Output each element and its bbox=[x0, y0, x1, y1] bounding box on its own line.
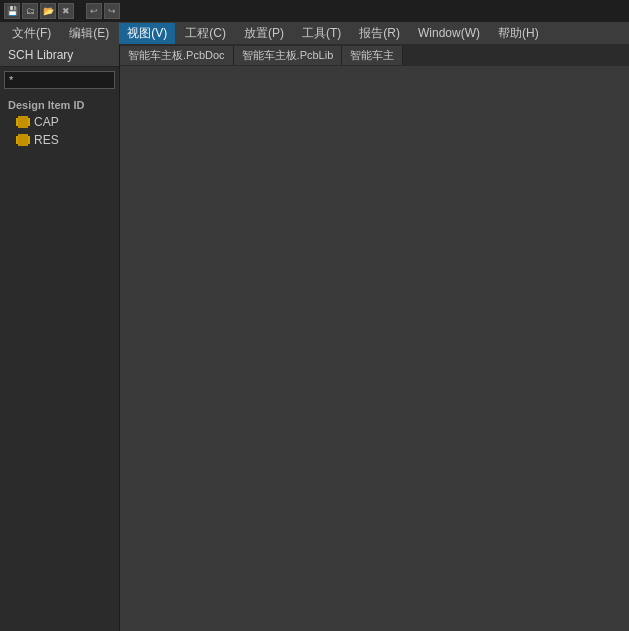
menu-project[interactable]: 工程(C) bbox=[177, 23, 234, 44]
sidebar-tree: Design Item ID CAP RES bbox=[0, 93, 119, 153]
tabs-area: 智能车主板.PcbDoc 智能车主板.PcbLib 智能车主 bbox=[120, 44, 629, 66]
open-icon[interactable]: 📂 bbox=[40, 3, 56, 19]
res-icon bbox=[16, 134, 30, 146]
tree-item-res[interactable]: RES bbox=[0, 131, 119, 149]
content-area: 智能车主板.PcbDoc 智能车主板.PcbLib 智能车主 https://b… bbox=[120, 44, 629, 631]
menu-report[interactable]: 报告(R) bbox=[351, 23, 408, 44]
toolbar-icons: 💾 🗂 📂 ✖ ↩ ↪ bbox=[4, 3, 120, 19]
tab-pcbdoc[interactable]: 智能车主板.PcbDoc bbox=[120, 46, 234, 65]
menu-help[interactable]: 帮助(H) bbox=[490, 23, 547, 44]
menu-file[interactable]: 文件(F) bbox=[4, 23, 59, 44]
search-input[interactable] bbox=[4, 71, 115, 89]
save-icon[interactable]: 💾 bbox=[4, 3, 20, 19]
menu-bar: 文件(F) 编辑(E) 视图(V) 工程(C) 放置(P) 工具(T) 报告(R… bbox=[0, 22, 629, 44]
svg-rect-1 bbox=[18, 116, 28, 128]
svg-rect-3 bbox=[18, 134, 28, 146]
undo-icon[interactable]: ↩ bbox=[86, 3, 102, 19]
sidebar-title: SCH Library bbox=[0, 44, 119, 67]
tab-pcbdoc-label: 智能车主板.PcbDoc bbox=[128, 48, 225, 63]
redo-icon[interactable]: ↪ bbox=[104, 3, 120, 19]
tree-header: Design Item ID bbox=[0, 97, 119, 113]
menu-place[interactable]: 放置(P) bbox=[236, 23, 292, 44]
sidebar-search-area bbox=[0, 67, 119, 93]
res-label: RES bbox=[34, 133, 59, 147]
menu-view[interactable]: 视图(V) bbox=[119, 23, 175, 44]
title-bar: 💾 🗂 📂 ✖ ↩ ↪ bbox=[0, 0, 629, 22]
cap-icon bbox=[16, 116, 30, 128]
menu-window[interactable]: Window(W) bbox=[410, 24, 488, 42]
menu-edit[interactable]: 编辑(E) bbox=[61, 23, 117, 44]
menu-tools[interactable]: 工具(T) bbox=[294, 23, 349, 44]
main-layout: SCH Library Design Item ID CAP bbox=[0, 44, 629, 631]
tab-pcblib-label: 智能车主板.PcbLib bbox=[242, 48, 334, 63]
close-icon[interactable]: ✖ bbox=[58, 3, 74, 19]
tab-smartcar[interactable]: 智能车主 bbox=[342, 46, 403, 65]
save-all-icon[interactable]: 🗂 bbox=[22, 3, 38, 19]
tab-smartcar-label: 智能车主 bbox=[350, 48, 394, 63]
cap-label: CAP bbox=[34, 115, 59, 129]
sidebar: SCH Library Design Item ID CAP bbox=[0, 44, 120, 631]
tab-pcblib[interactable]: 智能车主板.PcbLib bbox=[234, 46, 343, 65]
tree-item-cap[interactable]: CAP bbox=[0, 113, 119, 131]
